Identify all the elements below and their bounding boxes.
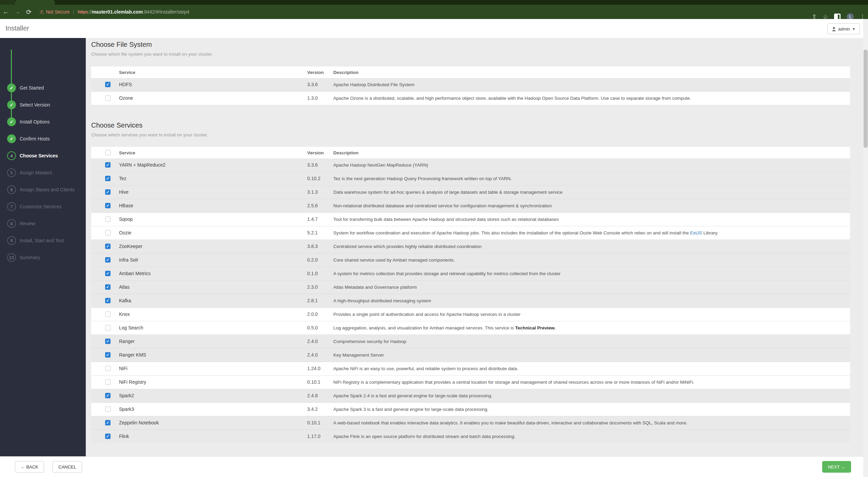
checkbox-zookeeper[interactable] xyxy=(105,244,111,249)
step-number: 8 xyxy=(7,219,16,228)
service-name: HDFS xyxy=(119,82,132,87)
service-description: A high-throughput distributed messaging … xyxy=(333,298,845,303)
checkbox-knox[interactable] xyxy=(105,311,111,317)
back-icon[interactable]: ← xyxy=(0,8,12,16)
cancel-button[interactable]: CANCEL xyxy=(53,461,82,473)
service-row-ozone: Ozone1.3.0Apache Ozone is a distributed,… xyxy=(91,92,850,105)
service-name: Hive xyxy=(119,189,129,195)
service-name: Knox xyxy=(119,311,130,317)
column-header-service: Service xyxy=(119,150,135,155)
service-row-yarn-mapreduce2: YARN + MapReduce23.3.6Apache Hadoop Next… xyxy=(91,158,850,172)
user-icon xyxy=(832,27,836,31)
step-label: Install Options xyxy=(20,119,50,125)
service-row-hdfs: HDFS3.3.6Apache Hadoop Distributed File … xyxy=(91,78,850,92)
url-path: :8442/#/installer/step4 xyxy=(143,9,189,15)
service-description: Comprehensive security for Hadoop xyxy=(333,339,845,344)
not-secure-label[interactable]: Not Secure xyxy=(46,9,70,15)
checkbox-infra-solr[interactable] xyxy=(105,257,111,263)
checkbox-spark2[interactable] xyxy=(105,393,111,398)
app-header: Installer admin ▼ xyxy=(0,19,868,38)
service-row-kafka: Kafka2.8.1A high-throughput distributed … xyxy=(91,294,850,308)
column-header-version: Version xyxy=(307,150,324,155)
service-description: Log aggregation, analysis, and visualiza… xyxy=(333,325,845,330)
checkbox-ranger[interactable] xyxy=(105,339,111,344)
service-version: 1.4.7 xyxy=(307,216,318,222)
step-number: 4 xyxy=(7,151,16,160)
scrollbar-thumb[interactable] xyxy=(864,50,868,148)
step-number: 7 xyxy=(7,202,16,211)
services-table: Service Version Description YARN + MapRe… xyxy=(91,147,850,443)
column-header-description: Description xyxy=(333,70,358,75)
service-version: 0.2.0 xyxy=(307,257,318,263)
step-label: Assign Masters xyxy=(20,170,52,175)
bold-text: Technical Preview. xyxy=(515,325,555,330)
checkbox-sqoop[interactable] xyxy=(105,216,111,222)
step-label: Summary xyxy=(20,255,40,260)
url-host: master01.clemlab.com xyxy=(92,9,143,15)
service-row-ranger: Ranger2.4.0Comprehensive security for Ha… xyxy=(91,335,850,348)
checkbox-ambari-metrics[interactable] xyxy=(105,271,111,276)
url-scheme: https xyxy=(78,9,88,15)
service-description: Centralized service which provides highl… xyxy=(333,244,845,249)
column-header-version: Version xyxy=(307,70,324,75)
file-system-section-subtitle: Choose which file system you want to ins… xyxy=(91,52,213,57)
checkbox-hive[interactable] xyxy=(105,189,111,195)
forward-icon[interactable]: → xyxy=(12,8,23,16)
service-version: 2.4.0 xyxy=(307,339,318,344)
checkbox-oozie[interactable] xyxy=(105,230,111,235)
checkbox-log-search[interactable] xyxy=(105,325,111,330)
checkbox-nifi[interactable] xyxy=(105,366,111,371)
file-system-table: Service Version Description HDFS3.3.6Apa… xyxy=(91,66,850,105)
url-separator: :// xyxy=(88,9,92,15)
service-version: 3.3.6 xyxy=(307,82,318,87)
select-all-checkbox[interactable] xyxy=(105,150,111,155)
service-row-oozie: Oozie5.2.1System for workflow coordinati… xyxy=(91,226,850,240)
next-button[interactable]: NEXT → xyxy=(822,461,851,473)
checkbox-hbase[interactable] xyxy=(105,203,111,208)
service-description: Apache Ozone is a distributed, scalable,… xyxy=(333,96,845,101)
address-bar[interactable]: ⚠ Not Secure | https :// master01.clemla… xyxy=(39,9,189,15)
service-name: Ozone xyxy=(119,95,133,101)
service-description: Apache NiFi is an easy to use, powerful,… xyxy=(333,366,845,371)
checkbox-nifi-registry[interactable] xyxy=(105,379,111,385)
extjs-link[interactable]: ExtJS xyxy=(690,230,702,235)
service-row-flink: Flink1.17.0Apache Flink is an open sourc… xyxy=(91,430,850,443)
service-row-hbase: HBase2.5.6Non-relational distributed dat… xyxy=(91,199,850,213)
admin-user-button[interactable]: admin ▼ xyxy=(827,23,860,34)
checkbox-tez[interactable] xyxy=(105,176,111,181)
service-description: Non-relational distributed database and … xyxy=(333,203,845,208)
refresh-icon[interactable]: ⟳ xyxy=(23,8,35,16)
service-version: 3.1.3 xyxy=(307,189,318,195)
step-number: 5 xyxy=(7,168,16,177)
service-row-ranger-kms: Ranger KMS2.4.0Key Management Server xyxy=(91,348,850,362)
page-title: Installer xyxy=(5,24,29,32)
checkbox-flink[interactable] xyxy=(105,434,111,439)
service-name: Log Search xyxy=(119,325,143,330)
service-row-nifi: NiFi1.24.0Apache NiFi is an easy to use,… xyxy=(91,362,850,376)
service-description: Apache Spark 2.4 is a fast and general e… xyxy=(333,393,845,398)
service-name: Ranger KMS xyxy=(119,352,146,358)
service-version: 1.24.0 xyxy=(307,366,320,371)
back-button[interactable]: ← BACK xyxy=(15,461,44,473)
checkbox-yarn-mapreduce2[interactable] xyxy=(105,162,111,168)
checkbox-hdfs[interactable] xyxy=(105,82,111,87)
checkbox-atlas[interactable] xyxy=(105,284,111,290)
service-description: Apache Flink is an open source platform … xyxy=(333,434,845,439)
checkbox-zeppelin-notebook[interactable] xyxy=(105,420,111,425)
service-description: Atlas Metadata and Governance platform xyxy=(333,285,845,290)
scrollbar-track[interactable] xyxy=(863,19,868,477)
checkbox-ranger-kms[interactable] xyxy=(105,352,111,358)
service-version: 1.3.0 xyxy=(307,95,318,101)
checkbox-spark3[interactable] xyxy=(105,406,111,412)
services-section-title: Choose Services xyxy=(91,121,142,129)
step-check-icon xyxy=(7,134,16,143)
browser-tab-active[interactable] xyxy=(15,0,55,5)
service-version: 2.3.0 xyxy=(307,284,318,290)
checkbox-ozone[interactable] xyxy=(105,95,111,101)
browser-tab-pinned[interactable] xyxy=(0,0,15,5)
checkbox-kafka[interactable] xyxy=(105,298,111,303)
browser-tab-strip xyxy=(0,0,868,5)
service-version: 2.4.0 xyxy=(307,352,318,358)
service-name: Ambari Metrics xyxy=(119,271,151,276)
service-name: YARN + MapReduce2 xyxy=(119,162,165,168)
